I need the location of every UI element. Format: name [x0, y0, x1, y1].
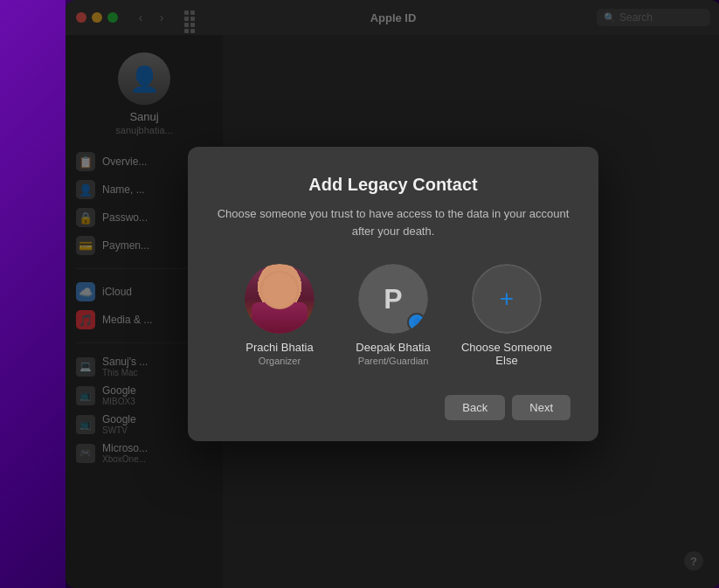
modal-overlay: Add Legacy Contact Choose someone you tr… [66, 0, 719, 588]
prachi-role: Organizer [259, 356, 301, 366]
avatar-choose-container: + [472, 264, 542, 334]
badge-person-icon: 👤 [411, 318, 422, 328]
avatar-prachi-container [245, 264, 315, 334]
back-button[interactable]: Back [445, 395, 505, 420]
contact-option-deepak[interactable]: P 👤 Deepak Bhatia Parent/Guardian [345, 264, 441, 367]
modal-footer: Back Next [216, 395, 570, 420]
deepak-avatar: P 👤 [358, 264, 428, 334]
add-legacy-contact-modal: Add Legacy Contact Choose someone you tr… [188, 147, 598, 441]
prachi-name: Prachi Bhatia [245, 341, 313, 354]
contact-options: Prachi Bhatia Organizer P 👤 Deepak Bhati… [216, 264, 570, 367]
deepak-name: Deepak Bhatia [356, 341, 430, 354]
next-button[interactable]: Next [512, 395, 570, 420]
contact-option-prachi[interactable]: Prachi Bhatia Organizer [232, 264, 328, 367]
deepak-role: Parent/Guardian [358, 356, 429, 366]
choose-avatar: + [472, 264, 542, 334]
deepak-initial: P [384, 283, 402, 315]
deepak-badge: 👤 [407, 313, 426, 332]
avatar-deepak-container: P 👤 [358, 264, 428, 334]
modal-subtitle: Choose someone you trust to have access … [216, 205, 570, 239]
contact-option-choose[interactable]: + Choose Someone Else [459, 264, 555, 367]
prachi-face [260, 271, 299, 309]
modal-title: Add Legacy Contact [216, 175, 570, 195]
plus-icon: + [500, 285, 514, 313]
choose-name: Choose Someone Else [459, 341, 555, 367]
prachi-photo [245, 264, 315, 334]
